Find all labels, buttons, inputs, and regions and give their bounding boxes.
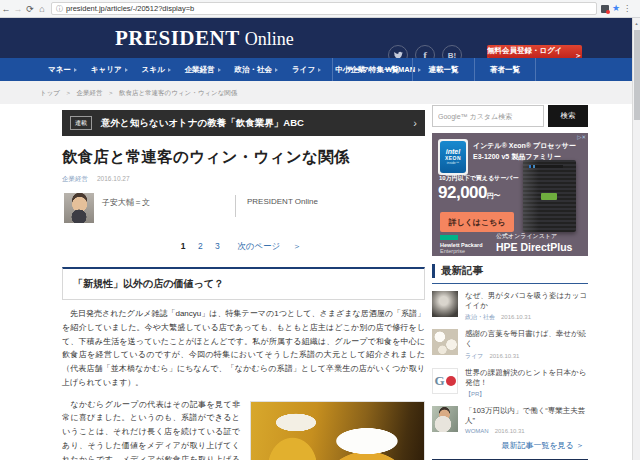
breadcrumb-separator: ＞ — [107, 89, 114, 98]
page-info-icon[interactable]: ⓘ — [56, 4, 63, 14]
nav-series-list[interactable]: 連載一覧 — [412, 58, 474, 81]
view-all-latest-link[interactable]: 最新記事一覧を見る ＞ — [432, 440, 588, 451]
beer-photo — [250, 401, 425, 460]
next-page-link[interactable]: 次のページ ＞ — [232, 241, 306, 251]
url-text: president.jp/articles/-/20512?display=b — [66, 4, 194, 13]
series-title: 意外と知らないオトナの教養「飲食業界」ABC — [101, 117, 413, 130]
logo-online: Online — [245, 29, 294, 49]
page-scrollbar[interactable]: ▲ — [632, 18, 640, 460]
back-icon[interactable]: ← — [0, 0, 12, 18]
scrollbar-thumb[interactable] — [634, 30, 640, 120]
nav-career[interactable]: キャリア — [91, 65, 128, 75]
pagination: 1 2 3 次のページ ＞ — [62, 241, 425, 253]
latest-item-title: 感謝の言葉を毎日書けば、幸せが続く — [465, 329, 588, 349]
page-1-current: 1 — [181, 241, 186, 251]
latest-item-4-thumbnail — [432, 406, 458, 432]
latest-item-3-thumbnail: G — [432, 368, 458, 394]
page-2-link[interactable]: 2 — [198, 241, 203, 251]
ad-headline: インテル® Xeon® プロセッサー E3-1200 v5 製品ファミリー — [473, 141, 576, 162]
breadcrumb-current: 飲食店と常連客のウィン・ウィンな関係 — [119, 89, 237, 98]
intel-hpe-ad[interactable]: ▷✕ intel XEON inside™ インテル® Xeon® プロセッサー… — [432, 133, 588, 256]
latest-item-1-thumbnail — [432, 291, 458, 317]
latest-item-3[interactable]: G 世界の課題解決のヒントを日本から発信！ 【PR】 — [432, 368, 588, 399]
latest-item-date: 2016.10.31 — [489, 353, 519, 359]
hpe-green-bar — [440, 235, 458, 240]
breadcrumb-home[interactable]: トップ — [40, 89, 60, 98]
latest-item-2[interactable]: 感謝の言葉を毎日書けば、幸せが続く ライフ 2016.10.31 — [432, 329, 588, 360]
forward-icon[interactable]: → — [12, 0, 24, 18]
divider — [235, 195, 236, 217]
nav-politics-society[interactable]: 政治・社会 — [235, 65, 279, 75]
article-date: 2016.10.27 — [97, 175, 130, 182]
section-heading: 「新規性」以外の店の価値って？ — [62, 267, 425, 300]
home-icon[interactable]: ⌂ — [36, 0, 48, 18]
search-input[interactable] — [432, 105, 544, 127]
ad-price: 92,000円〜 — [438, 183, 500, 203]
breadcrumb-separator: ＞ — [65, 89, 72, 98]
latest-articles-heading: 最新記事 — [432, 264, 588, 278]
latest-item-category: ライフ — [465, 352, 483, 361]
server-tower-image — [523, 160, 576, 232]
article-paragraph-1: 先日発売されたグルメ雑誌「dancyu」は、特集テーマの1つとして、さまざまな居… — [62, 307, 425, 390]
nav-management[interactable]: 企業経営 — [185, 65, 221, 75]
intel-xeon-logo: intel XEON inside™ — [438, 139, 468, 175]
chevron-right-icon: › — [413, 117, 417, 129]
series-badge: 連載 — [70, 116, 92, 130]
nav-theme-features[interactable]: テーマ特集一覧 — [332, 58, 412, 81]
hpe-logo: Hewlett Packard Enterprise — [440, 235, 483, 255]
ad-cta-button[interactable]: 詳しくはこちら — [440, 212, 514, 232]
latest-item-title: 世界の課題解決のヒントを日本から発信！ — [465, 368, 588, 388]
latest-item-title: なぜ、男がタバコを吸う姿はカッコイイか — [465, 291, 588, 311]
latest-item-date: 2016.10.31 — [501, 314, 531, 320]
main-navigation: マネー キャリア スキル 企業経営 政治・社会 ライフ 中小企業 WOMAN テ… — [0, 58, 640, 81]
latest-item-1[interactable]: なぜ、男がタバコを吸う姿はカッコイイか 政治・社会 2016.10.31 — [432, 291, 588, 322]
adchoices-icon[interactable]: ▷✕ — [577, 134, 586, 140]
nav-skill[interactable]: スキル — [142, 65, 171, 75]
latest-item-4[interactable]: 「103万円以内」で働く“専業主夫芸人” WOMAN 2016.10.31 — [432, 406, 588, 434]
article-title: 飲食店と常連客のウィン・ウィンな関係 — [62, 147, 425, 168]
browser-menu-icon[interactable]: ⋮ — [623, 4, 631, 13]
latest-item-pr-tag: 【PR】 — [465, 390, 485, 399]
chevron-right-icon: ＞ — [576, 441, 584, 450]
article-category-link[interactable]: 企業経営 — [62, 175, 88, 184]
author-avatar — [64, 193, 94, 223]
latest-item-date: 2016.10.31 — [495, 428, 525, 434]
logo-president: PRESIDENT — [115, 26, 240, 50]
series-banner[interactable]: 連載 意外と知らないオトナの教養「飲食業界」ABC › — [62, 110, 425, 136]
page-3-link[interactable]: 3 — [215, 241, 220, 251]
inside-wordmark: inside™ — [447, 162, 460, 166]
breadcrumb: トップ ＞ 企業経営 ＞ 飲食店と常連客のウィン・ウィンな関係 — [40, 89, 237, 98]
breadcrumb-band: トップ ＞ 企業経営 ＞ 飲食店と常連客のウィン・ウィンな関係 — [0, 81, 640, 104]
red-circle-logo — [446, 376, 456, 386]
chevron-right-icon: ＞ — [293, 241, 302, 251]
browser-toolbar: ← → ⟳ ⌂ ⓘ president.jp/articles/-/20512?… — [0, 0, 640, 18]
author-name: 子安大輔＝文 — [102, 197, 150, 208]
scroll-up-icon[interactable]: ▲ — [633, 18, 640, 26]
url-bar[interactable]: ⓘ president.jp/articles/-/20512?display=… — [51, 2, 597, 15]
latest-item-title: 「103万円以内」で働く“専業主夫芸人” — [465, 406, 588, 426]
bookmark-star-icon[interactable]: ★ — [612, 4, 620, 13]
article-source: PRESIDENT Online — [247, 197, 318, 206]
nav-money[interactable]: マネー — [48, 65, 77, 75]
president-online-logo[interactable]: PRESIDENTOnline — [115, 26, 294, 51]
site-header: PRESIDENTOnline f B! 無料会員登録・ログイン ＞ — [0, 18, 640, 58]
latest-item-2-thumbnail — [432, 329, 458, 355]
ad-subtext: 10万円以下で買えるサーバー — [439, 174, 518, 183]
extension-icon[interactable] — [601, 5, 609, 13]
divider — [432, 283, 588, 284]
reload-icon[interactable]: ⟳ — [24, 0, 36, 18]
latest-articles-section: 最新記事 なぜ、男がタバコを吸う姿はカッコイイか 政治・社会 2016.10.3… — [432, 264, 588, 460]
ad-store: 公式オンラインストア HPE DirectPlus — [496, 233, 572, 254]
latest-item-category: WOMAN — [465, 428, 489, 434]
latest-item-category: 政治・社会 — [465, 313, 495, 322]
author-row: 子安大輔＝文 PRESIDENT Online — [62, 193, 425, 225]
search-button[interactable]: 検索 — [548, 105, 588, 127]
nav-authors-list[interactable]: 著者一覧 — [474, 58, 536, 81]
nav-life[interactable]: ライフ — [292, 65, 321, 75]
breadcrumb-category[interactable]: 企業経営 — [76, 89, 102, 98]
